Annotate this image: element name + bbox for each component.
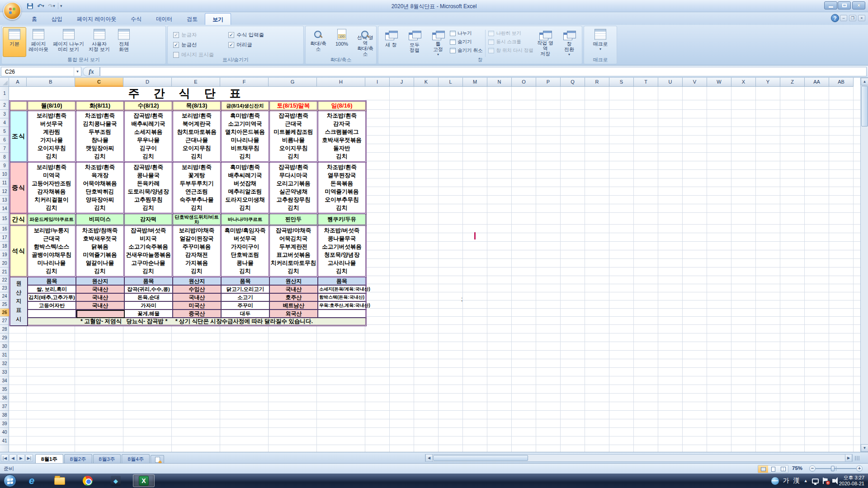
snack-cell-0[interactable]: 파운드케잌/야쿠르트 xyxy=(28,214,76,226)
undo-button[interactable]: ↶▾ xyxy=(36,2,45,10)
window-minimize-button[interactable] xyxy=(824,1,837,9)
snack-cell-5[interactable]: 찐만두 xyxy=(270,214,318,226)
row-header-15[interactable]: 15 xyxy=(0,213,9,225)
taskbar-app[interactable]: ◆ xyxy=(105,474,127,487)
row-header-32[interactable]: 32 xyxy=(0,359,9,368)
meal-cell-breakfast-3[interactable]: 보리밥/흰죽북어계란국참치토마토볶음근대나물오이지무침김치 xyxy=(173,111,222,163)
start-button[interactable] xyxy=(4,474,16,487)
ribbon-tab-1[interactable]: 삽입 xyxy=(44,13,70,25)
zoom-slider-track[interactable] xyxy=(816,468,856,469)
origin-cell-E23[interactable]: 수입산 xyxy=(173,286,222,294)
meal-cell-lunch-3[interactable]: 보리밥/흰죽꽃게탕두부두루치기연근조림숙주부추나물김치 xyxy=(173,163,222,214)
column-header-Y[interactable]: Y xyxy=(756,78,780,87)
origin-cell-B23[interactable]: 쌀, 보리,흑미 xyxy=(28,286,76,294)
title-bar[interactable]: 2020년 8월식단표 - Microsoft Excel × xyxy=(0,0,868,12)
snack-cell-1[interactable]: 비피더스 xyxy=(76,214,125,226)
workbook-close-button[interactable]: × xyxy=(858,15,865,21)
qat-customize-button[interactable]: ▾ xyxy=(60,4,62,8)
row-header-24[interactable]: 24 xyxy=(0,292,9,300)
office-button[interactable] xyxy=(3,2,21,20)
column-header-W[interactable]: W xyxy=(707,78,731,87)
formula-input[interactable] xyxy=(100,67,867,76)
ribbon-tab-6[interactable]: 보기 xyxy=(205,13,231,25)
meal-cell-lunch-5[interactable]: 잡곡밥/흰죽무다시마국오리고기볶음실곤약냉채고추쌈장무침김치 xyxy=(270,163,318,214)
page-break-view-button[interactable] xyxy=(778,465,788,473)
meal-cell-breakfast-0[interactable]: 보리밥/흰죽버섯무국계란찜가지나물오이지무침김치 xyxy=(28,111,76,163)
checkbox-item-1[interactable]: ✓눈금선 xyxy=(173,42,214,48)
ime-hanja-indicator[interactable]: 漢 xyxy=(793,477,800,485)
origin-cell-B22[interactable]: 품목 xyxy=(28,277,76,286)
window-small-button-0[interactable]: 나누기 xyxy=(450,30,482,37)
column-header-B[interactable]: B xyxy=(27,78,75,87)
macro-button-0[interactable]: 매크로▾ xyxy=(589,27,612,57)
row-header-22[interactable]: 22 xyxy=(0,276,9,284)
insert-worksheet-tab[interactable] xyxy=(151,455,164,464)
zoom-out-button[interactable]: − xyxy=(809,465,816,472)
meal-cell-dinner-2[interactable]: 잡곡밥/버섯죽비지국소고기숙주볶음건새우마늘쫑볶음고구마순나물김치 xyxy=(125,226,173,277)
column-header-A[interactable]: A xyxy=(9,78,27,87)
row-header-4[interactable]: 4 xyxy=(0,118,9,127)
ribbon-tab-0[interactable]: 홈 xyxy=(24,13,44,25)
row-header-27[interactable]: 27 xyxy=(0,317,9,325)
row-header-1[interactable]: 1 xyxy=(0,87,9,100)
ribbon-tab-2[interactable]: 페이지 레이아웃 xyxy=(70,13,123,25)
window-close-button[interactable]: × xyxy=(852,1,865,9)
section-label-lunch[interactable]: 중식 xyxy=(10,163,28,214)
origin-cell-E25[interactable]: 미국산 xyxy=(173,302,222,310)
snack-cell-4[interactable]: 바나나/야쿠르트 xyxy=(222,214,270,226)
section-label-snack[interactable]: 간식 xyxy=(10,214,28,226)
row-header-29[interactable]: 29 xyxy=(0,333,9,342)
origin-cell-B26[interactable] xyxy=(28,310,76,318)
column-header-R[interactable]: R xyxy=(585,78,609,87)
row-header-18[interactable]: 18 xyxy=(0,242,9,250)
help-button[interactable]: ? xyxy=(831,14,839,22)
origin-cell-H22[interactable]: 품목 xyxy=(318,277,367,286)
scroll-left-button[interactable]: ◀ xyxy=(425,455,433,461)
row-header-35[interactable]: 35 xyxy=(0,385,9,394)
workbook-minimize-button[interactable]: – xyxy=(840,15,847,21)
sheet-tab-1[interactable]: 8월2주 xyxy=(64,454,92,464)
horizontal-scrollbar[interactable]: ◀ ▶ xyxy=(425,454,853,462)
column-header-Q[interactable]: Q xyxy=(561,78,585,87)
origin-cell-F24[interactable]: 소고기 xyxy=(222,294,270,302)
view-button-1[interactable]: 페이지 레이아웃 xyxy=(26,27,51,57)
origin-cell-H26[interactable] xyxy=(318,310,367,318)
tab-split-handle[interactable] xyxy=(854,454,860,462)
window-small-button-5[interactable]: 창 위치 다시 정렬 xyxy=(488,47,533,54)
window-small-button-1[interactable]: 숨기기 xyxy=(450,38,482,45)
volume-icon[interactable] xyxy=(832,479,835,483)
origin-cell-C23[interactable]: 국내산 xyxy=(76,286,125,294)
sheet-tab-0[interactable]: 8월1주 xyxy=(35,454,63,464)
meal-cell-breakfast-1[interactable]: 차조밥/흰죽김치콩나물국두부조림참나물깻잎장아찌김치 xyxy=(76,111,125,163)
row-header-39[interactable]: 39 xyxy=(0,419,9,428)
column-header-X[interactable]: X xyxy=(731,78,756,87)
row-header-33[interactable]: 33 xyxy=(0,368,9,376)
row-header-28[interactable]: 28 xyxy=(0,325,9,333)
day-header-5[interactable]: 토(8/15)말복 xyxy=(270,102,318,111)
sheet-tab-3[interactable]: 8월4주 xyxy=(122,454,150,464)
column-header-M[interactable]: M xyxy=(463,78,487,87)
row-header-11[interactable]: 11 xyxy=(0,178,9,187)
window-button-2[interactable]: 틀 고정▾ xyxy=(426,27,450,57)
meal-cell-dinner-5[interactable]: 잡곡밥/야채죽어묵김치국두부계란전표고버섯볶음치커리토마토무침김치 xyxy=(270,226,318,277)
taskbar-clock[interactable]: 오후 3:27 2020-08-21 xyxy=(839,475,866,487)
save-button[interactable] xyxy=(25,2,34,10)
day-header-3[interactable]: 목(8/13) xyxy=(173,102,222,111)
zoom-button-1[interactable]: 100100% xyxy=(330,27,354,57)
origin-cell-D25[interactable]: 가자미 xyxy=(125,302,173,310)
row-header-30[interactable]: 30 xyxy=(0,342,9,351)
page-layout-view-button[interactable] xyxy=(768,465,778,473)
checkbox-item-4[interactable]: ✓머리글 xyxy=(228,42,264,48)
zoom-button-0[interactable]: 확대/축소 xyxy=(307,27,330,57)
ime-korean-indicator[interactable]: 가 xyxy=(783,477,789,485)
day-header-1[interactable]: 화(8/11) xyxy=(76,102,125,111)
vertical-scroll-thumb[interactable] xyxy=(861,86,868,127)
row-header-3[interactable]: 3 xyxy=(0,110,9,118)
meal-cell-breakfast-5[interactable]: 잡곡밥/흰죽근대국미트볼케찹조림비름나물오이지무침김치 xyxy=(270,111,318,163)
origin-cell-D22[interactable]: 품목 xyxy=(125,277,173,286)
row-header-13[interactable]: 13 xyxy=(0,196,9,204)
row-header-17[interactable]: 17 xyxy=(0,233,9,242)
origin-cell-C25[interactable]: 국내산 xyxy=(76,302,125,310)
last-sheet-button[interactable]: ▶| xyxy=(25,454,33,462)
origin-cell-C22[interactable]: 원산지 xyxy=(76,277,125,286)
